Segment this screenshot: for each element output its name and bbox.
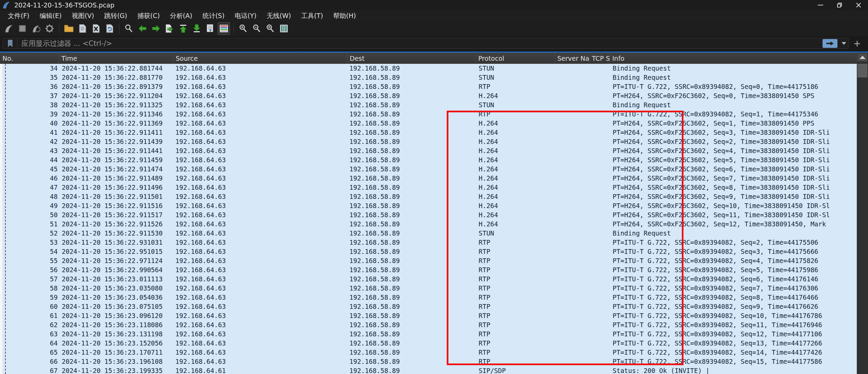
close-file-button[interactable] bbox=[90, 22, 102, 35]
menu-item-wireless[interactable]: 无线(W) bbox=[262, 10, 296, 21]
menu-item-telephony[interactable]: 电话(Y) bbox=[230, 10, 262, 21]
menu-item-tools[interactable]: 工具(T) bbox=[296, 10, 328, 21]
packet-row[interactable]: 642024-11-20 15:36:23.152056192.168.64.6… bbox=[0, 339, 857, 348]
packet-row[interactable]: 462024-11-20 15:36:22.911489192.168.64.6… bbox=[0, 174, 857, 183]
column-header-info[interactable]: Info bbox=[610, 53, 857, 64]
column-header-label: Time bbox=[59, 55, 77, 62]
maximize-button[interactable] bbox=[830, 0, 849, 10]
packet-row[interactable]: 552024-11-20 15:36:22.971124192.168.64.6… bbox=[0, 256, 857, 265]
column-header-dest[interactable]: Dest bbox=[347, 53, 476, 64]
packet-row[interactable]: 392024-11-20 15:36:22.911346192.168.64.6… bbox=[0, 110, 857, 119]
close-button[interactable]: × bbox=[849, 0, 868, 10]
packet-cell-time: 2024-11-20 15:36:23.011113 bbox=[59, 275, 173, 284]
vertical-scrollbar[interactable] bbox=[857, 53, 868, 374]
column-header-source[interactable]: Source bbox=[173, 53, 347, 64]
packet-row[interactable]: 562024-11-20 15:36:22.990564192.168.64.6… bbox=[0, 265, 857, 275]
packet-row[interactable]: 492024-11-20 15:36:22.911516192.168.64.6… bbox=[0, 201, 857, 210]
packet-row[interactable]: 472024-11-20 15:36:22.911496192.168.64.6… bbox=[0, 183, 857, 192]
open-file-button[interactable] bbox=[63, 22, 75, 35]
packet-row[interactable]: 362024-11-20 15:36:22.891379192.168.64.6… bbox=[0, 82, 857, 91]
zoom-in-button[interactable] bbox=[237, 22, 249, 35]
packet-row[interactable]: 602024-11-20 15:36:23.075105192.168.64.6… bbox=[0, 302, 857, 311]
packet-row[interactable]: 522024-11-20 15:36:22.911530192.168.64.6… bbox=[0, 229, 857, 238]
packet-row[interactable]: 532024-11-20 15:36:22.931031192.168.64.6… bbox=[0, 238, 857, 247]
packet-row[interactable]: 512024-11-20 15:36:22.911526192.168.64.6… bbox=[0, 220, 857, 229]
reload-file-button[interactable] bbox=[103, 22, 116, 35]
go-to-packet-button[interactable] bbox=[163, 22, 176, 35]
filter-bookmark-button[interactable] bbox=[3, 38, 17, 49]
menu-item-edit[interactable]: 编辑(E) bbox=[35, 10, 67, 21]
menu-item-capture[interactable]: 捕获(C) bbox=[132, 10, 165, 21]
packet-list: 342024-11-20 15:36:22.881744192.168.64.6… bbox=[0, 64, 857, 374]
packet-row[interactable]: 432024-11-20 15:36:22.911441192.168.64.6… bbox=[0, 146, 857, 155]
apply-filter-button[interactable] bbox=[823, 39, 837, 48]
scrollbar-up-button[interactable] bbox=[857, 53, 867, 61]
packet-cell-source: 192.168.64.63 bbox=[173, 284, 347, 293]
magnifier-icon bbox=[124, 24, 133, 33]
scrollbar-thumb[interactable] bbox=[857, 64, 867, 77]
packet-row[interactable]: 342024-11-20 15:36:22.881744192.168.64.6… bbox=[0, 64, 857, 73]
restart-capture-button[interactable] bbox=[30, 22, 42, 35]
packet-cell-tcp_se bbox=[590, 91, 610, 100]
packet-row[interactable]: 502024-11-20 15:36:22.911517192.168.64.6… bbox=[0, 210, 857, 220]
packet-cell-source: 192.168.64.63 bbox=[173, 293, 347, 302]
menu-item-help[interactable]: 帮助(H) bbox=[328, 10, 361, 21]
packet-cell-no: 37 bbox=[0, 91, 59, 100]
go-back-button[interactable] bbox=[136, 22, 149, 35]
column-header-tcp_se[interactable]: TCP Se bbox=[590, 53, 610, 64]
minimize-button[interactable] bbox=[811, 0, 830, 10]
packet-row[interactable]: 542024-11-20 15:36:22.951015192.168.64.6… bbox=[0, 247, 857, 256]
go-last-packet-button[interactable] bbox=[191, 22, 203, 35]
column-header-no[interactable]: No. bbox=[0, 53, 59, 64]
save-file-button[interactable] bbox=[76, 22, 89, 35]
packet-row[interactable]: 422024-11-20 15:36:22.911439192.168.64.6… bbox=[0, 137, 857, 146]
auto-scroll-button[interactable] bbox=[204, 22, 216, 35]
packet-row[interactable]: 572024-11-20 15:36:23.011113192.168.64.6… bbox=[0, 275, 857, 284]
packet-row[interactable]: 372024-11-20 15:36:22.911204192.168.64.6… bbox=[0, 91, 857, 100]
find-packet-button[interactable] bbox=[123, 22, 135, 35]
packet-row[interactable]: 382024-11-20 15:36:22.911325192.168.64.6… bbox=[0, 100, 857, 110]
packet-row[interactable]: 582024-11-20 15:36:23.035080192.168.64.6… bbox=[0, 284, 857, 293]
column-header-protocol[interactable]: Protocol bbox=[476, 53, 555, 64]
packet-row[interactable]: 612024-11-20 15:36:23.096120192.168.64.6… bbox=[0, 311, 857, 320]
packet-row[interactable]: 352024-11-20 15:36:22.881770192.168.64.6… bbox=[0, 73, 857, 82]
go-forward-button[interactable] bbox=[150, 22, 162, 35]
go-first-packet-button[interactable] bbox=[177, 22, 189, 35]
add-filter-button[interactable]: + bbox=[851, 39, 863, 48]
column-header-server_name[interactable]: Server Nam bbox=[555, 53, 590, 64]
packet-row[interactable]: 632024-11-20 15:36:23.131198192.168.64.6… bbox=[0, 330, 857, 339]
menu-item-statistics[interactable]: 统计(S) bbox=[197, 10, 230, 21]
packet-cell-time: 2024-11-20 15:36:22.911526 bbox=[59, 220, 173, 229]
menu-item-go[interactable]: 跳转(G) bbox=[99, 10, 132, 21]
colorize-packets-button[interactable] bbox=[218, 22, 230, 35]
packet-cell-source: 192.168.64.63 bbox=[173, 275, 347, 284]
packet-cell-source: 192.168.64.63 bbox=[173, 110, 347, 119]
zoom-out-button[interactable] bbox=[251, 22, 263, 35]
packet-cell-source: 192.168.64.63 bbox=[173, 256, 347, 265]
packet-row[interactable]: 592024-11-20 15:36:23.054036192.168.64.6… bbox=[0, 293, 857, 302]
related-packets-line bbox=[5, 64, 6, 374]
packet-row[interactable]: 442024-11-20 15:36:22.911459192.168.64.6… bbox=[0, 155, 857, 165]
zoom-original-button[interactable] bbox=[264, 22, 276, 35]
packet-row[interactable]: 662024-11-20 15:36:23.196108192.168.64.6… bbox=[0, 357, 857, 366]
packet-cell-dest: 192.168.58.89 bbox=[347, 366, 476, 374]
column-header-time[interactable]: Time bbox=[59, 53, 173, 64]
display-filter-field[interactable] bbox=[3, 38, 849, 49]
packet-row[interactable]: 622024-11-20 15:36:23.118086192.168.64.6… bbox=[0, 320, 857, 330]
menu-item-analyze[interactable]: 分析(A) bbox=[165, 10, 197, 21]
packet-row[interactable]: 672024-11-20 15:36:23.199335192.168.64.6… bbox=[0, 366, 857, 374]
packet-row[interactable]: 652024-11-20 15:36:23.170711192.168.64.6… bbox=[0, 348, 857, 357]
display-filter-input[interactable] bbox=[17, 39, 823, 48]
packet-row[interactable]: 452024-11-20 15:36:22.911474192.168.64.6… bbox=[0, 165, 857, 174]
start-capture-button[interactable] bbox=[3, 22, 15, 35]
packet-row[interactable]: 482024-11-20 15:36:22.911501192.168.64.6… bbox=[0, 192, 857, 201]
menu-item-view[interactable]: 视图(V) bbox=[67, 10, 99, 21]
stop-capture-button[interactable] bbox=[16, 22, 28, 35]
capture-options-button[interactable] bbox=[43, 22, 56, 35]
menu-item-file[interactable]: 文件(F) bbox=[3, 10, 35, 21]
packet-row[interactable]: 412024-11-20 15:36:22.911411192.168.64.6… bbox=[0, 128, 857, 137]
filter-dropdown-caret[interactable] bbox=[842, 42, 846, 45]
packet-cell-source: 192.168.64.63 bbox=[173, 192, 347, 201]
packet-row[interactable]: 402024-11-20 15:36:22.911369192.168.64.6… bbox=[0, 119, 857, 128]
resize-columns-button[interactable] bbox=[278, 22, 290, 35]
